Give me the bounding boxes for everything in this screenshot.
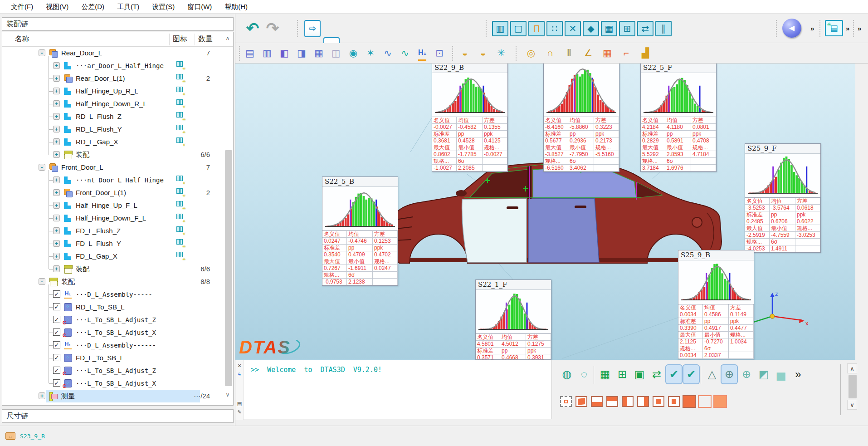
tree-row[interactable]: +Front_Door_L(1)2	[2, 186, 224, 199]
stat-panel-title[interactable]: S22_9_B	[432, 64, 507, 73]
expand-icon[interactable]: +	[53, 227, 60, 234]
cube-face-left-icon[interactable]	[620, 392, 635, 411]
tolerance-grid-icon[interactable]	[176, 239, 185, 248]
tree-checkbox[interactable]: ✓	[53, 367, 60, 374]
tree-row[interactable]: +FD_L_Gap_X	[2, 250, 224, 263]
grid-lock-icon[interactable]: ▣	[632, 365, 647, 383]
tree-row[interactable]: +···nt_Door_L_Half_Hinge	[2, 174, 224, 186]
tree-row[interactable]: ✓···L_To_SB_L_Adjust_X	[2, 377, 224, 390]
tol-plate-2-icon[interactable]: ▥	[260, 46, 274, 60]
tolerance-grid-icon[interactable]	[176, 252, 185, 261]
close-icon[interactable]: ✕	[235, 363, 244, 369]
stat-panel[interactable]: S22_5_B名义值均值方差0.0247-0.47460.1253标准差pppp…	[322, 176, 398, 286]
scroll-up-icon[interactable]: ∧	[847, 363, 857, 373]
expand-icon[interactable]: +	[53, 126, 60, 132]
message-console[interactable]: ✕ ϟ ▤ ✎ >> Welcome to DTAS3D V9.2.0!	[235, 360, 552, 419]
tree-checkbox[interactable]: ✓	[53, 341, 60, 348]
tree-row[interactable]: +装配6/6	[2, 263, 224, 275]
stat-chart-icon[interactable]: ▅	[773, 365, 789, 383]
expand-icon[interactable]: +	[53, 138, 60, 145]
tol-plate-3-icon[interactable]: ▦	[312, 46, 326, 60]
cube-face-center-icon[interactable]	[666, 392, 682, 411]
assembly-chain-titlebar[interactable]: 装配链	[2, 17, 234, 31]
grid-filled-icon[interactable]: ▦	[597, 365, 613, 383]
dot-plate-icon[interactable]: ∷	[546, 21, 563, 36]
iso-cube-icon[interactable]	[574, 392, 589, 411]
tol-grid-icon[interactable]: ▦	[600, 46, 614, 60]
cross-plate-icon[interactable]: ✕	[565, 21, 581, 36]
cube-face-top-icon[interactable]	[605, 392, 620, 411]
tree-row[interactable]: ✓RD_L_To_SB_L	[2, 301, 224, 314]
overflow[interactable]: »	[790, 365, 806, 383]
scrollbar-thumb[interactable]	[848, 375, 857, 398]
toolbar-handle[interactable]	[239, 46, 241, 61]
stat-panel[interactable]: S22_9_B名义值均值方差-0.0027-0.45820.1355标准差ppp…	[432, 64, 508, 172]
point-pin-icon[interactable]: ◉	[346, 46, 361, 60]
tree-checkbox[interactable]: ✓	[53, 379, 60, 387]
compass-icon[interactable]: ◎	[524, 46, 538, 60]
command-icon[interactable]: ϟ	[235, 372, 244, 377]
column-count[interactable]: 数量	[198, 34, 213, 44]
car-body[interactable]	[390, 163, 722, 263]
tree-row[interactable]: +Half_Hinge_Up_F_L	[2, 199, 224, 212]
tree-row[interactable]: +RD_L_Flush_Z	[2, 110, 224, 123]
angle-gauge-icon[interactable]: ∠	[581, 46, 595, 60]
toolbar-handle[interactable]	[819, 20, 821, 37]
toolbar-handle[interactable]	[486, 20, 488, 37]
corner-target-icon[interactable]: ⌐	[619, 46, 634, 60]
tol-plate-1-icon[interactable]: ▤	[243, 46, 257, 60]
tree-checkbox[interactable]: ✓	[53, 354, 60, 361]
tree-row[interactable]: ✓H₁···D_L_Assembly-----	[2, 288, 224, 301]
tree-scroll-down-icon[interactable]: ∨	[223, 390, 232, 400]
tolerance-grid-icon[interactable]	[176, 87, 185, 96]
expand-icon[interactable]: +	[53, 215, 60, 221]
tolerance-grid-icon[interactable]	[176, 226, 185, 235]
db-sync-2-icon[interactable]: ◒	[476, 46, 490, 60]
parallel-planes-icon[interactable]: ∥	[655, 21, 672, 36]
status-chain-item[interactable]: S23_9_B	[20, 433, 45, 440]
stat-panel[interactable]: S25_9_F名义值均值方差-3.5253-3.57640.0618标准差ppp…	[745, 143, 821, 253]
shape-target-icon[interactable]: ⊕	[722, 365, 737, 383]
overflow-chevron[interactable]: »	[858, 25, 861, 32]
tree-row[interactable]: ✓FD_L_To_SB_L	[2, 352, 224, 364]
undo-icon[interactable]: ↶	[244, 19, 262, 37]
tree-row[interactable]: ✓···L_To_SB_L_Adjust_X	[2, 326, 224, 339]
stat-panel[interactable]: S22_1_F名义值均值方差4.58014.50120.1275标准差ppppk…	[475, 279, 551, 360]
node-star-icon[interactable]: ✳	[494, 46, 508, 60]
polygon-plate-icon[interactable]: ◆	[583, 21, 599, 36]
tree-row[interactable]: +装配6/6	[2, 148, 224, 161]
export-model-icon[interactable]: ⇨	[304, 20, 321, 37]
stat-3d-icon[interactable]: ▟	[638, 46, 653, 60]
tree-row[interactable]: +Half_Hinge_Down_R_L	[2, 98, 224, 110]
tolerance-grid-icon[interactable]	[176, 201, 185, 210]
tree-checkbox[interactable]: ✓	[53, 303, 60, 310]
h1-dimension-icon[interactable]: H₁	[415, 46, 429, 60]
tree-row[interactable]: +FD_L_Flush_Y	[2, 237, 224, 250]
tree-row[interactable]: -Front_Door_L7	[2, 161, 224, 174]
tolerance-grid-icon[interactable]	[176, 214, 185, 223]
tree-row[interactable]: -Rear_Door_L7	[2, 47, 224, 59]
tol-cube-1-icon[interactable]: ◧	[277, 46, 292, 60]
tolerance-grid-icon[interactable]	[176, 176, 185, 185]
tree-row[interactable]: +Half_Hinge_Down_F_L	[2, 212, 224, 225]
stat-panel-title[interactable]: S25_9_B	[678, 250, 754, 260]
expand-icon[interactable]: +	[53, 113, 60, 120]
tree-scrollbar-thumb[interactable]	[225, 150, 232, 386]
tree-row[interactable]: ✓···L_To_SB_L_Adjust_Z	[2, 314, 224, 326]
tree-row[interactable]: -装配8/8	[2, 275, 224, 288]
path-nodes-1-icon[interactable]: ∿	[380, 46, 395, 60]
message-list-icon[interactable]: ▤	[235, 401, 244, 407]
pin-block-icon[interactable]: ⊞	[619, 21, 635, 36]
tree-checkbox[interactable]: ✓	[53, 290, 60, 298]
stat-panel-title[interactable]: S22_5_F	[641, 64, 716, 73]
tolerance-grid-icon[interactable]	[176, 137, 185, 147]
tree-scroll-up-icon[interactable]: ∧	[223, 33, 232, 43]
expand-icon[interactable]: +	[53, 151, 60, 158]
move-cube-icon[interactable]	[558, 392, 574, 411]
toolbar-handle[interactable]	[297, 20, 299, 37]
menu-item-4[interactable]: 设置(S)	[146, 0, 181, 14]
pocket-feature-icon[interactable]: ▢	[510, 21, 527, 36]
cube-face-front-icon[interactable]	[651, 392, 666, 411]
expand-icon[interactable]: +	[53, 265, 60, 272]
tolerance-grid-icon[interactable]	[176, 125, 185, 134]
